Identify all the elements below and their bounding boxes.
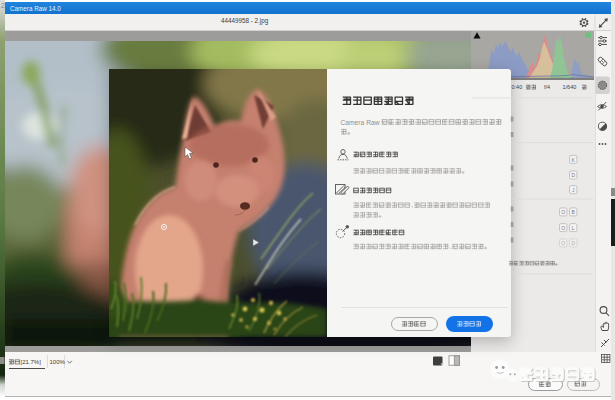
- svg-text:D: D: [571, 172, 575, 178]
- svg-text:1/640: 1/640: [563, 84, 577, 90]
- svg-text:44449958 - 2.jpg: 44449958 - 2.jpg: [221, 17, 269, 25]
- svg-text:f/4: f/4: [544, 84, 550, 90]
- svg-text:100%: 100%: [50, 359, 66, 365]
- svg-text:O: O: [561, 240, 565, 246]
- svg-text:Camera Raw 14.0: Camera Raw 14.0: [10, 5, 61, 12]
- svg-text:0:40: 0:40: [512, 84, 523, 90]
- svg-text:L: L: [572, 225, 575, 231]
- svg-text:Camera Raw: Camera Raw: [341, 119, 380, 126]
- svg-text:O: O: [561, 209, 565, 215]
- svg-text:O: O: [561, 225, 565, 231]
- svg-text:[21.7%]: [21.7%]: [21, 359, 42, 365]
- svg-text:D: D: [571, 240, 575, 246]
- svg-text:2: 2: [1, 2, 5, 9]
